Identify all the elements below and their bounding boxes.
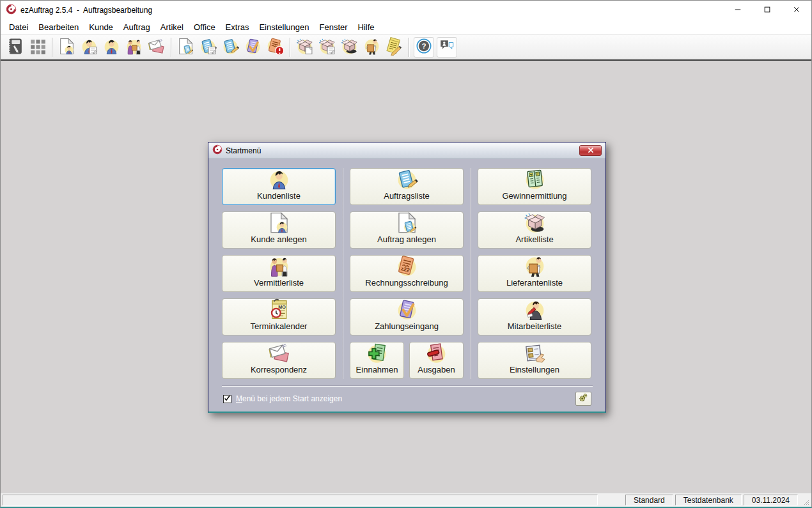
- startmenu-close-button[interactable]: [579, 145, 602, 156]
- toolbar-grid-button[interactable]: [26, 36, 49, 58]
- toolbar-article-form-button[interactable]: [316, 36, 338, 58]
- close-icon: [588, 146, 594, 155]
- new-customer-icon: [58, 37, 76, 58]
- startmenu-settings-button[interactable]: [575, 392, 591, 406]
- customer-icon: [267, 167, 291, 191]
- svg-text:?: ?: [421, 42, 426, 50]
- startmenu-button-rechnungsschreibung[interactable]: z22Rechnungsschreibung: [350, 255, 464, 292]
- toolbar-order-form-button[interactable]: [197, 36, 219, 58]
- toolbar-article-list-button[interactable]: [338, 36, 361, 58]
- resize-grip[interactable]: [800, 495, 809, 505]
- maximize-button[interactable]: [753, 1, 782, 20]
- startmenu-button-label: Einnahmen: [356, 366, 398, 374]
- toolbar-customer-button[interactable]: [100, 36, 123, 58]
- startmenu-button-auftragsliste[interactable]: Auftragsliste: [350, 168, 464, 205]
- toolbar-customer-form-button[interactable]: [78, 36, 100, 58]
- startmenu-button-ausgaben[interactable]: Ausgaben: [409, 342, 464, 379]
- startmenu-button-kunde-anlegen[interactable]: Kunde anlegen: [222, 212, 336, 249]
- startmenu-column: GewinnermittlungArtikellisteLieferantenl…: [478, 168, 591, 379]
- startmenu-button-label: Auftragsliste: [384, 192, 430, 201]
- statusbar-spacer: [3, 495, 598, 505]
- overdue-invoice-icon: [266, 37, 285, 58]
- toolbar-help-button[interactable]: ?: [414, 37, 434, 58]
- startmenu-button-label: Terminkalender: [251, 322, 308, 331]
- startmenu-button-label: Rechnungsschreibung: [365, 279, 448, 288]
- menu-item-datei[interactable]: Datei: [4, 21, 33, 33]
- toolbar-payment-check-button[interactable]: [242, 36, 264, 58]
- startmenu-button-vermittlerliste[interactable]: Vermittlerliste: [222, 255, 336, 292]
- startmenu-button-auftrag-anlegen[interactable]: Auftrag anlegen: [350, 212, 464, 249]
- article-list-icon: [340, 37, 359, 58]
- new-customer-icon: [267, 211, 291, 235]
- gears-icon: [578, 392, 589, 405]
- statusbar-date: 03.11.2024: [744, 495, 798, 505]
- help-icon: ?: [416, 38, 432, 56]
- checkbox-label: Menü bei jedem Start anzeigen: [236, 394, 342, 403]
- toolbar-new-order-button[interactable]: [175, 36, 197, 58]
- startmenu-title-bar[interactable]: Startmenü: [208, 142, 605, 159]
- minimize-icon: [734, 6, 742, 15]
- order-list-icon: [221, 37, 240, 58]
- order-form-icon: [199, 37, 217, 58]
- ezauftrag-logo-icon: [6, 4, 17, 17]
- toolbar-feedback-button[interactable]: [437, 37, 457, 58]
- startmenu-body: KundenlisteKunde anlegenVermittlerlisteM…: [208, 159, 605, 415]
- notepad-icon: [385, 37, 403, 58]
- customer-form-icon: [80, 37, 98, 58]
- toolbar-new-customer-button[interactable]: [56, 36, 78, 58]
- menu-item-hilfe[interactable]: Hilfe: [353, 21, 380, 33]
- status-bar: StandardTestdatenbank03.11.2024: [1, 493, 811, 507]
- checkmark-icon: [224, 394, 231, 404]
- maximize-icon: [763, 6, 771, 15]
- menu-item-auftrag[interactable]: Auftrag: [118, 21, 155, 33]
- calendar-icon: MO: [267, 298, 291, 321]
- close-button[interactable]: [782, 1, 811, 20]
- new-order-icon: [176, 37, 195, 58]
- new-order-icon: [395, 211, 419, 235]
- address-book-icon: [6, 37, 24, 58]
- toolbar-broker-button[interactable]: [123, 36, 145, 58]
- startmenu-button-artikelliste[interactable]: Artikelliste: [478, 212, 591, 249]
- toolbar-correspondence-button[interactable]: [145, 36, 168, 58]
- startmenu-button-label: Korrespondenz: [251, 366, 307, 374]
- title-bar[interactable]: ezAuftrag 2.5.4 - Auftragsbearbeitung: [1, 1, 811, 20]
- minimize-button[interactable]: [723, 1, 753, 20]
- startmenu-button-zahlungseingang[interactable]: Zahlungseingang: [350, 298, 464, 335]
- toolbar-supplier-button[interactable]: [361, 36, 383, 58]
- startmenu-button-einnahmen[interactable]: Einnahmen: [350, 342, 404, 379]
- startmenu-grid: KundenlisteKunde anlegenVermittlerlisteM…: [222, 168, 593, 386]
- start-menu-checkbox[interactable]: [223, 395, 231, 403]
- article-list-icon: [523, 211, 547, 235]
- menu-item-einstellungen[interactable]: Einstellungen: [254, 21, 314, 33]
- startmenu-button-label: Lieferantenliste: [506, 279, 563, 288]
- broker-icon: [267, 254, 291, 278]
- menu-item-fenster[interactable]: Fenster: [315, 21, 353, 33]
- app-window: ezAuftrag 2.5.4 - Auftragsbearbeitung Da…: [0, 0, 812, 508]
- expense-icon: [425, 341, 448, 365]
- menu-item-kunde[interactable]: Kunde: [84, 21, 118, 33]
- startmenu-button-einstellungen[interactable]: Einstellungen: [478, 342, 591, 379]
- menu-item-artikel[interactable]: Artikel: [155, 21, 189, 33]
- startmenu-column: KundenlisteKunde anlegenVermittlerlisteM…: [222, 168, 336, 379]
- menu-item-bearbeiten[interactable]: Bearbeiten: [33, 21, 84, 33]
- toolbar-overdue-invoice-button[interactable]: [264, 36, 286, 58]
- startmenu-bottom-bar: Menü bei jedem Start anzeigen: [222, 386, 593, 411]
- toolbar-separator: [409, 38, 409, 57]
- feedback-icon: [439, 38, 455, 56]
- menu-item-office[interactable]: Office: [189, 21, 221, 33]
- startmenu-button-korrespondenz[interactable]: Korrespondenz: [222, 342, 336, 379]
- menu-item-extras[interactable]: Extras: [221, 21, 254, 33]
- toolbar: ?: [1, 34, 811, 61]
- toolbar-order-list-button[interactable]: [219, 36, 242, 58]
- startmenu-split-row: EinnahmenAusgaben: [350, 342, 464, 379]
- toolbar-address-book-button[interactable]: [4, 36, 26, 58]
- startmenu-button-terminkalender[interactable]: MOTerminkalender: [222, 298, 336, 335]
- startmenu-button-mitarbeiterliste[interactable]: Mitarbeiterliste: [478, 298, 591, 335]
- startmenu-button-kundenliste[interactable]: Kundenliste: [222, 168, 336, 205]
- startmenu-button-lieferantenliste[interactable]: Lieferantenliste: [478, 255, 591, 292]
- toolbar-new-article-button[interactable]: [293, 36, 316, 58]
- customer-icon: [102, 37, 121, 58]
- broker-icon: [125, 37, 143, 58]
- startmenu-button-gewinnermittlung[interactable]: Gewinnermittlung: [478, 168, 591, 205]
- toolbar-notepad-button[interactable]: [383, 36, 405, 58]
